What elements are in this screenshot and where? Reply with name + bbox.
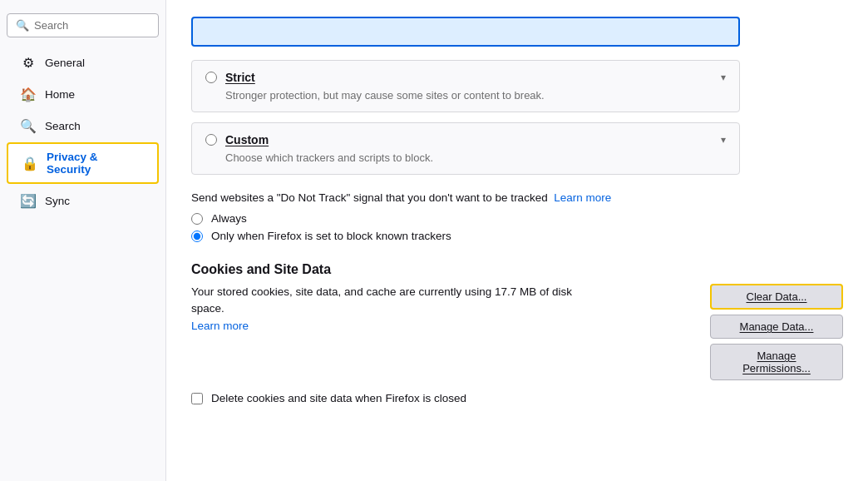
custom-chevron-icon: ▾ — [721, 134, 726, 146]
search-bar[interactable]: 🔍 Search — [7, 13, 159, 37]
strict-desc: Stronger protection, but may cause some … — [225, 89, 726, 102]
only-when-radio[interactable] — [191, 231, 203, 242]
custom-radio[interactable] — [205, 134, 217, 146]
sidebar-item-label: General — [45, 57, 85, 69]
custom-label: Custom — [225, 133, 269, 146]
sidebar-item-label: Search — [45, 120, 81, 132]
cookies-row: Your stored cookies, site data, and cach… — [191, 284, 843, 380]
clear-data-button[interactable]: Clear Data... — [710, 284, 843, 310]
only-when-radio-option: Only when Firefox is set to block known … — [191, 230, 773, 242]
learn-more-link-2[interactable]: Learn more — [191, 320, 249, 332]
strict-radio[interactable] — [205, 72, 217, 83]
delete-cookies-row: Delete cookies and site data when Firefo… — [191, 392, 843, 404]
manage-data-button[interactable]: Manage Data... — [710, 315, 843, 339]
cookies-desc: Your stored cookies, site data, and cach… — [191, 284, 590, 335]
always-radio[interactable] — [191, 213, 203, 225]
sidebar-item-label: Sync — [45, 195, 70, 207]
sidebar-item-privacy-security[interactable]: 🔒 Privacy & Security — [7, 142, 159, 184]
sidebar-item-general[interactable]: ⚙ General — [7, 47, 159, 77]
custom-option-card: Custom ▾ Choose which trackers and scrip… — [191, 122, 740, 175]
main-content: Strict ▾ Stronger protection, but may ca… — [166, 0, 868, 481]
sidebar-item-label: Home — [45, 88, 75, 101]
sync-icon: 🔄 — [20, 192, 37, 209]
cookies-section: Cookies and Site Data Your stored cookie… — [191, 262, 843, 404]
home-icon: 🏠 — [20, 86, 37, 102]
sidebar-item-sync[interactable]: 🔄 Sync — [7, 186, 159, 216]
manage-permissions-button[interactable]: Manage Permissions... — [710, 344, 843, 380]
manage-data-label: Manage Data... — [740, 320, 814, 333]
search-placeholder: Search — [34, 19, 68, 32]
sidebar-item-home[interactable]: 🏠 Home — [7, 79, 159, 109]
strict-label: Strict — [225, 71, 255, 84]
search-nav-icon: 🔍 — [20, 117, 37, 134]
only-when-label: Only when Firefox is set to block known … — [211, 230, 451, 242]
strict-chevron-icon: ▾ — [721, 72, 726, 83]
delete-cookies-label: Delete cookies and site data when Firefo… — [211, 392, 466, 404]
cookies-section-title: Cookies and Site Data — [191, 262, 843, 277]
sidebar-item-label: Privacy & Security — [47, 151, 144, 176]
dnt-text: Send websites a "Do Not Track" signal th… — [191, 191, 773, 204]
cookies-desc-text: Your stored cookies, site data, and cach… — [191, 285, 572, 315]
cookies-buttons: Clear Data... Manage Data... Manage Perm… — [710, 284, 843, 380]
learn-more-link-1[interactable]: Learn more — [554, 191, 611, 204]
delete-cookies-checkbox[interactable] — [191, 393, 203, 404]
sidebar-item-search[interactable]: 🔍 Search — [7, 111, 159, 141]
manage-permissions-label: Manage Permissions... — [742, 350, 811, 374]
clear-data-label: Clear Data... — [747, 290, 807, 303]
general-icon: ⚙ — [20, 54, 37, 71]
always-radio-option: Always — [191, 212, 773, 225]
lock-icon: 🔒 — [22, 155, 38, 171]
always-label: Always — [211, 212, 247, 225]
strict-option-card: Strict ▾ Stronger protection, but may ca… — [191, 60, 740, 112]
selected-protection-input[interactable] — [191, 17, 740, 47]
search-icon: 🔍 — [16, 19, 29, 32]
dnt-section: Send websites a "Do Not Track" signal th… — [191, 191, 773, 242]
custom-desc: Choose which trackers and scripts to blo… — [225, 151, 726, 164]
dnt-description: Send websites a "Do Not Track" signal th… — [191, 191, 548, 204]
sidebar: 🔍 Search ⚙ General 🏠 Home 🔍 Search 🔒 Pri… — [0, 0, 166, 481]
